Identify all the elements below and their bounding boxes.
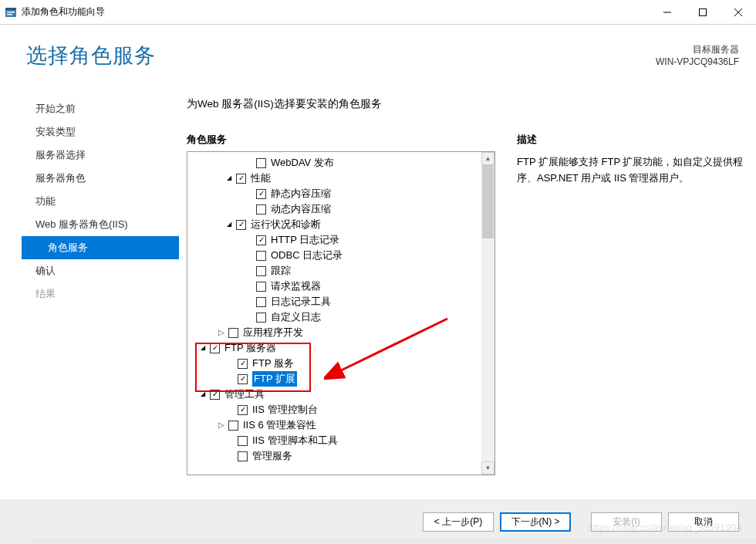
wizard-footer: < 上一步(P) 下一步(N) > 安装(I) 取消 — [0, 499, 756, 544]
tree-node[interactable]: ◢性能 — [189, 171, 493, 186]
tree-node-label[interactable]: IIS 管理控制台 — [252, 402, 318, 417]
next-button[interactable]: 下一步(N) > — [500, 512, 571, 532]
checkbox[interactable] — [236, 174, 246, 184]
tree-node[interactable]: 自定义日志 — [189, 309, 493, 325]
checkbox[interactable] — [256, 189, 266, 199]
expander-spacer — [245, 265, 253, 277]
tree-node[interactable]: ODBC 日志记录 — [189, 248, 493, 263]
checkbox[interactable] — [238, 436, 248, 446]
collapse-icon[interactable]: ◢ — [224, 218, 233, 231]
checkbox[interactable] — [236, 220, 246, 230]
description-column: 描述 FTP 扩展能够支持 FTP 扩展功能，如自定义提供程序、ASP.NET … — [503, 133, 747, 475]
checkbox[interactable] — [256, 204, 266, 215]
checkbox[interactable] — [256, 251, 266, 261]
expander-spacer — [245, 280, 253, 292]
tree-node[interactable]: 静态内容压缩 — [189, 186, 493, 201]
tree-node-label[interactable]: IIS 管理脚本和工具 — [252, 433, 338, 448]
tree-node-label[interactable]: 动态内容压缩 — [271, 201, 331, 217]
checkbox[interactable] — [238, 451, 248, 461]
minimize-button[interactable] — [650, 1, 685, 24]
expand-icon[interactable]: ▷ — [217, 419, 225, 431]
tree-node-label[interactable]: 应用程序开发 — [243, 325, 303, 340]
scroll-down-arrow[interactable]: ▼ — [481, 461, 494, 475]
tree-node-label[interactable]: FTP 扩展 — [252, 371, 297, 387]
cancel-button[interactable]: 取消 — [668, 512, 739, 532]
checkbox[interactable] — [210, 343, 220, 353]
window-title: 添加角色和功能向导 — [22, 5, 105, 19]
tree-node-label[interactable]: 静态内容压缩 — [271, 186, 331, 201]
checkbox[interactable] — [210, 390, 220, 400]
tree-node-label[interactable]: WebDAV 发布 — [271, 155, 334, 171]
checkbox[interactable] — [238, 405, 248, 415]
tree-node-label[interactable]: ODBC 日志记录 — [271, 248, 343, 263]
expander-spacer — [226, 450, 235, 462]
sidebar-step-0[interactable]: 开始之前 — [26, 97, 179, 120]
maximize-button[interactable] — [685, 1, 721, 24]
sidebar-step-7[interactable]: 确认 — [26, 259, 179, 282]
checkbox[interactable] — [256, 297, 266, 307]
window-controls — [650, 1, 756, 24]
checkbox[interactable] — [256, 266, 266, 276]
tree-node-label[interactable]: 日志记录工具 — [271, 294, 331, 309]
tree-node[interactable]: IIS 管理脚本和工具 — [189, 433, 493, 448]
install-button[interactable]: 安装(I) — [591, 512, 662, 532]
tree-node[interactable]: 跟踪 — [189, 263, 493, 279]
expand-icon[interactable]: ▷ — [217, 326, 225, 339]
tree-node[interactable]: ▷应用程序开发 — [189, 325, 493, 340]
sidebar-step-4[interactable]: 功能 — [26, 190, 179, 213]
tree-node[interactable]: ▷IIS 6 管理兼容性 — [189, 417, 493, 433]
collapse-icon[interactable]: ◢ — [198, 388, 207, 400]
tree-node[interactable]: IIS 管理控制台 — [189, 402, 493, 417]
sidebar-step-2[interactable]: 服务器选择 — [26, 144, 179, 167]
svg-rect-2 — [7, 12, 15, 13]
tree-node-label[interactable]: 跟踪 — [271, 263, 291, 279]
checkbox[interactable] — [256, 235, 266, 245]
expander-spacer — [245, 188, 253, 200]
tree-node-label[interactable]: 自定义日志 — [271, 309, 321, 325]
sidebar-step-3[interactable]: 服务器角色 — [26, 167, 179, 190]
tree-node-label[interactable]: IIS 6 管理兼容性 — [243, 417, 316, 433]
tree-node[interactable]: 请求监视器 — [189, 279, 493, 294]
tree-node-label[interactable]: 管理工具 — [224, 387, 265, 402]
role-services-tree: WebDAV 发布◢性能 静态内容压缩 动态内容压缩◢运行状况和诊断 HTTP … — [187, 151, 495, 475]
scroll-thumb[interactable] — [482, 165, 494, 238]
checkbox[interactable] — [238, 359, 248, 369]
tree-node[interactable]: ◢管理工具 — [189, 387, 493, 402]
tree-scrollbar[interactable]: ▲ ▼ — [481, 152, 494, 475]
tree-node[interactable]: FTP 扩展 — [189, 371, 493, 387]
tree-node[interactable]: 日志记录工具 — [189, 294, 493, 309]
tree-node-label[interactable]: HTTP 日志记录 — [271, 232, 339, 248]
sidebar-step-5[interactable]: Web 服务器角色(IIS) — [26, 213, 179, 236]
previous-button[interactable]: < 上一步(P) — [423, 512, 494, 532]
scroll-up-arrow[interactable]: ▲ — [481, 152, 494, 165]
checkbox[interactable] — [256, 282, 266, 292]
tree-node[interactable]: 动态内容压缩 — [189, 201, 493, 217]
collapse-icon[interactable]: ◢ — [198, 342, 207, 354]
checkbox[interactable] — [238, 374, 248, 384]
svg-rect-5 — [700, 8, 707, 15]
expander-spacer — [245, 249, 253, 262]
tree-node[interactable]: FTP 服务 — [189, 356, 493, 371]
tree-node-label[interactable]: 请求监视器 — [271, 279, 321, 294]
tree-node[interactable]: ◢FTP 服务器 — [189, 340, 493, 356]
header: 选择角色服务 目标服务器 WIN-VPJCQ9436LF — [0, 25, 756, 69]
expander-spacer — [226, 373, 235, 385]
tree-node-label[interactable]: 性能 — [251, 171, 271, 186]
tree-node[interactable]: ◢运行状况和诊断 — [189, 217, 493, 232]
sidebar-step-1[interactable]: 安装类型 — [26, 120, 179, 144]
collapse-icon[interactable]: ◢ — [224, 172, 233, 184]
checkbox[interactable] — [228, 421, 238, 431]
tree-node[interactable]: HTTP 日志记录 — [189, 232, 493, 248]
tree-node[interactable]: WebDAV 发布 — [189, 155, 493, 171]
sidebar-step-6[interactable]: 角色服务 — [22, 236, 179, 259]
tree-node-label[interactable]: FTP 服务器 — [224, 340, 276, 356]
checkbox[interactable] — [256, 158, 266, 168]
tree-node-label[interactable]: 运行状况和诊断 — [251, 217, 321, 232]
tree-node-label[interactable]: 管理服务 — [252, 448, 292, 464]
tree-node[interactable]: 管理服务 — [189, 448, 493, 464]
tree-node-label[interactable]: FTP 服务 — [252, 356, 294, 371]
checkbox[interactable] — [256, 313, 266, 323]
page-title: 选择角色服务 — [26, 42, 156, 69]
close-button[interactable] — [721, 1, 756, 24]
checkbox[interactable] — [228, 328, 238, 338]
